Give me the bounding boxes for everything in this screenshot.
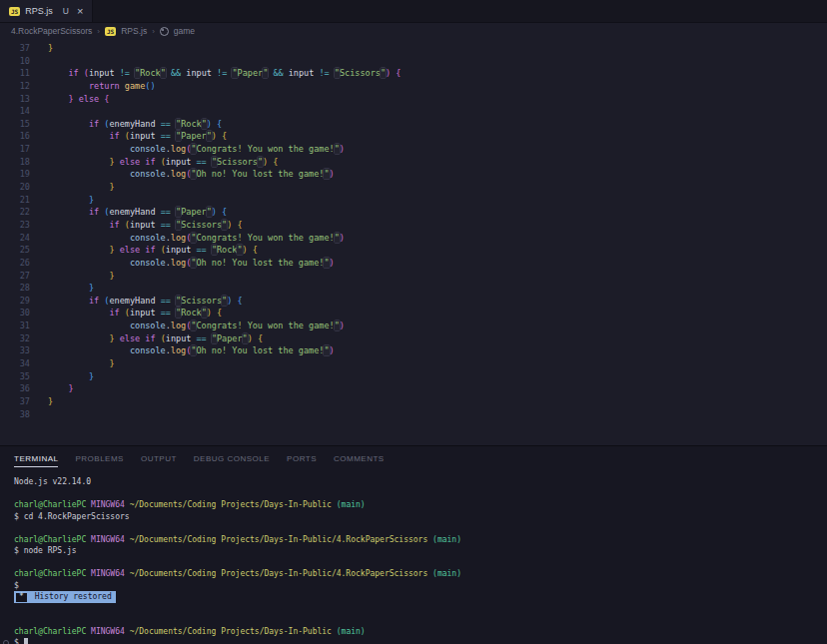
terminal-line: $ — [14, 580, 827, 592]
code-line: 22 if (enemyHand == "Paper") { — [0, 206, 827, 219]
line-number: 21 — [0, 194, 30, 207]
code-line: 10 — [0, 55, 827, 68]
code-line: 27 } — [0, 270, 827, 283]
code-line: 38 — [0, 408, 827, 421]
code-line: 30 if (input == "Rock") { — [0, 307, 827, 320]
line-number: 37 — [0, 42, 30, 55]
terminal-line: $ node RPS.js — [14, 545, 827, 557]
close-tab-icon[interactable]: × — [77, 6, 83, 16]
terminal-line — [14, 488, 827, 500]
terminal-line: charl@CharliePC MINGW64 ~/Documents/Codi… — [14, 626, 827, 638]
tab-output[interactable]: OUTPUT — [141, 449, 177, 467]
line-number: 35 — [0, 370, 30, 383]
line-number: 33 — [0, 344, 30, 357]
code-line: 17 console.log("Congrats! You won the ga… — [0, 143, 827, 156]
code-line: 13 } else { — [0, 93, 827, 106]
code-line: 32 } else if (input == "Paper") { — [0, 332, 827, 345]
code-line: 36 } — [0, 382, 827, 395]
tab-title: RPS.js — [25, 6, 53, 16]
line-number: 15 — [0, 118, 30, 131]
breadcrumb-symbol[interactable]: game — [174, 26, 195, 36]
code-line: 14 — [0, 105, 827, 118]
terminal-output[interactable]: Node.js v22.14.0 charl@CharliePC MINGW64… — [0, 470, 827, 644]
line-number: 34 — [0, 357, 30, 370]
code-line: 20 } — [0, 181, 827, 194]
line-number: 20 — [0, 181, 30, 194]
line-number: 11 — [0, 67, 30, 80]
tab-debug-console[interactable]: DEBUG CONSOLE — [194, 449, 270, 467]
line-number: 12 — [0, 80, 30, 93]
line-number: 28 — [0, 282, 30, 295]
terminal-line: charl@CharliePC MINGW64 ~/Documents/Codi… — [14, 499, 827, 511]
code-line: 31 console.log("Congrats! You won the ga… — [0, 320, 827, 332]
code-line: 34 } — [0, 357, 827, 370]
symbol-method-icon — [160, 27, 169, 36]
line-number: 32 — [0, 332, 30, 345]
history-restored-badge: * History restored — [14, 591, 827, 603]
code-line: 11 if (input != "Rock" && input != "Pape… — [0, 67, 827, 80]
terminal-line: $ — [14, 637, 827, 644]
code-line: 26 console.log("Oh no! You lost the game… — [0, 257, 827, 270]
terminal-line: $ cd 4.RockPaperScissors — [14, 511, 827, 523]
code-line: 37} — [0, 42, 827, 55]
line-number: 30 — [0, 307, 30, 320]
terminal-line: Node.js v22.14.0 — [14, 476, 827, 488]
code-line: 21 } — [0, 194, 827, 207]
line-number: 18 — [0, 156, 30, 169]
chevron-right-icon: › — [97, 27, 100, 36]
line-number: 27 — [0, 270, 30, 283]
code-line: 15 if (enemyHand == "Rock") { — [0, 118, 827, 131]
line-number: 14 — [0, 105, 30, 118]
line-number: 10 — [0, 55, 30, 68]
line-number: 31 — [0, 320, 30, 332]
code-line: 16 if (input == "Paper") { — [0, 130, 827, 143]
panel-tab-bar: TERMINAL PROBLEMS OUTPUT DEBUG CONSOLE P… — [0, 446, 827, 470]
editor-tab-bar: JS RPS.js U × — [0, 0, 827, 23]
line-number: 17 — [0, 143, 30, 156]
code-line: 18 } else if (input == "Scissors") { — [0, 156, 827, 169]
line-number: 16 — [0, 130, 30, 143]
chevron-right-icon: › — [152, 27, 155, 36]
line-number: 26 — [0, 257, 30, 270]
javascript-file-icon: JS — [105, 27, 116, 36]
tab-rps-js[interactable]: JS RPS.js U × — [0, 0, 93, 22]
terminal-line: charl@CharliePC MINGW64 ~/Documents/Codi… — [14, 534, 827, 546]
javascript-file-icon: JS — [9, 7, 20, 16]
line-number: 22 — [0, 206, 30, 219]
line-number: 37 — [0, 395, 30, 408]
line-number: 23 — [0, 219, 30, 232]
code-line: 19 console.log("Oh no! You lost the game… — [0, 168, 827, 181]
tab-comments[interactable]: COMMENTS — [334, 449, 385, 467]
asterisk-icon: * — [16, 593, 27, 602]
line-number: 29 — [0, 295, 30, 308]
code-line: 25 } else if (input == "Rock") { — [0, 244, 827, 257]
tab-terminal[interactable]: TERMINAL — [14, 449, 58, 467]
code-line: 37} — [0, 395, 827, 408]
terminal-line: charl@CharliePC MINGW64 ~/Documents/Codi… — [14, 568, 827, 580]
git-status-badge: U — [63, 6, 69, 16]
line-number: 38 — [0, 408, 30, 421]
line-number: 19 — [0, 168, 30, 181]
code-line: 12 return game() — [0, 80, 827, 93]
code-line: 33 console.log("Oh no! You lost the game… — [0, 344, 827, 357]
code-line: 29 if (enemyHand == "Scissors") { — [0, 295, 827, 308]
line-number: 25 — [0, 244, 30, 257]
terminal-line — [14, 614, 827, 626]
terminal-cursor — [24, 638, 29, 644]
line-number: 13 — [0, 93, 30, 106]
code-line: 35 } — [0, 370, 827, 383]
bottom-panel: TERMINAL PROBLEMS OUTPUT DEBUG CONSOLE P… — [0, 445, 827, 644]
breadcrumb-folder[interactable]: 4.RockPaperScissors — [11, 26, 92, 36]
vscode-window: JS RPS.js U × 4.RockPaperScissors › JS R… — [0, 0, 827, 644]
line-number: 36 — [0, 382, 30, 395]
code-line: 23 if (input == "Scissors") { — [0, 219, 827, 232]
tab-problems[interactable]: PROBLEMS — [75, 449, 123, 467]
terminal-line — [14, 522, 827, 534]
breadcrumb-file[interactable]: RPS.js — [121, 26, 147, 36]
code-editor[interactable]: 37}1011 if (input != "Rock" && input != … — [0, 39, 827, 445]
tab-ports[interactable]: PORTS — [287, 449, 317, 467]
breadcrumb: 4.RockPaperScissors › JS RPS.js › game — [0, 23, 827, 39]
line-number: 24 — [0, 232, 30, 245]
terminal-line — [14, 557, 827, 569]
terminal-line — [14, 603, 827, 615]
